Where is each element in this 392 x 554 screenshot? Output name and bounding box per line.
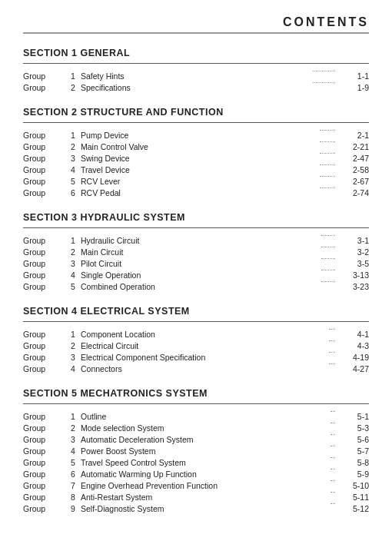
list-item: Group7Engine Overhead Prevention Functio… bbox=[23, 479, 369, 491]
group-dots bbox=[327, 456, 338, 468]
group-name: Safety Hints bbox=[81, 70, 310, 81]
section-section1: SECTION 1 GENERALGroup1Safety Hints1-1Gr… bbox=[23, 48, 369, 93]
group-name: Hydraulic Circuit bbox=[81, 234, 318, 246]
group-number: 3 bbox=[65, 433, 81, 445]
group-number: 5 bbox=[65, 175, 81, 187]
group-dots bbox=[317, 129, 338, 141]
group-dots bbox=[327, 491, 338, 503]
list-item: Group2Mode selection System5-3 bbox=[23, 422, 369, 433]
group-label: Group bbox=[23, 257, 65, 269]
group-page: 5-9 bbox=[338, 468, 369, 479]
group-label: Group bbox=[23, 351, 65, 363]
group-label: Group bbox=[23, 491, 65, 503]
group-name: Pilot Circuit bbox=[81, 257, 318, 269]
group-dots bbox=[317, 175, 338, 187]
section-title-section1: SECTION 1 GENERAL bbox=[23, 48, 369, 58]
group-name: Connectors bbox=[81, 363, 326, 374]
group-name: Travel Device bbox=[81, 164, 317, 175]
group-name: Combined Operation bbox=[81, 280, 318, 292]
group-number: 6 bbox=[65, 187, 81, 198]
group-dots bbox=[327, 433, 338, 445]
list-item: Group1Safety Hints1-1 bbox=[23, 70, 369, 81]
group-number: 6 bbox=[65, 468, 81, 479]
group-page: 1-1 bbox=[338, 70, 369, 81]
group-label: Group bbox=[23, 81, 65, 93]
group-dots bbox=[318, 246, 338, 257]
group-name: Single Operation bbox=[81, 269, 318, 280]
page-title: CONTENTS bbox=[23, 15, 369, 29]
group-label: Group bbox=[23, 141, 65, 152]
group-number: 3 bbox=[65, 351, 81, 363]
group-table-section4: Group1Component Location4-1Group2Electri… bbox=[23, 328, 369, 374]
group-number: 1 bbox=[65, 70, 81, 81]
group-label: Group bbox=[23, 410, 65, 422]
group-page: 4-19 bbox=[338, 351, 369, 363]
section-section4: SECTION 4 ELECTRICAL SYSTEMGroup1Compone… bbox=[23, 306, 369, 374]
group-name: Component Location bbox=[81, 328, 326, 340]
section-rule-section5 bbox=[23, 403, 369, 404]
group-table-section5: Group1Outline5-1Group2Mode selection Sys… bbox=[23, 410, 369, 514]
list-item: Group4Connectors4-27 bbox=[23, 363, 369, 374]
group-dots bbox=[327, 468, 338, 479]
group-number: 1 bbox=[65, 328, 81, 340]
list-item: Group1Pump Device2-1 bbox=[23, 129, 369, 141]
group-number: 2 bbox=[65, 141, 81, 152]
group-dots bbox=[318, 269, 338, 280]
group-number: 9 bbox=[65, 503, 81, 514]
list-item: Group1Component Location4-1 bbox=[23, 328, 369, 340]
group-table-section1: Group1Safety Hints1-1Group2Specification… bbox=[23, 70, 369, 93]
group-page: 5-11 bbox=[338, 491, 369, 503]
group-number: 4 bbox=[65, 269, 81, 280]
group-page: 3-5 bbox=[338, 257, 369, 269]
group-label: Group bbox=[23, 340, 65, 351]
group-page: 2-58 bbox=[338, 164, 369, 175]
list-item: Group9Self-Diagnostic System5-12 bbox=[23, 503, 369, 514]
group-label: Group bbox=[23, 468, 65, 479]
group-name: Swing Device bbox=[81, 152, 317, 164]
list-item: Group3Pilot Circuit3-5 bbox=[23, 257, 369, 269]
group-name: Main Circuit bbox=[81, 246, 318, 257]
list-item: Group2Electrical Circuit4-3 bbox=[23, 340, 369, 351]
group-number: 1 bbox=[65, 129, 81, 141]
group-name: Engine Overhead Prevention Function bbox=[81, 479, 327, 491]
section-title-section4: SECTION 4 ELECTRICAL SYSTEM bbox=[23, 306, 369, 317]
list-item: Group2Main Control Valve2-21 bbox=[23, 141, 369, 152]
group-name: Outline bbox=[81, 410, 327, 422]
group-page: 2-21 bbox=[338, 141, 369, 152]
list-item: Group2Specifications1-9 bbox=[23, 81, 369, 93]
group-page: 3-13 bbox=[338, 269, 369, 280]
group-page: 3-2 bbox=[338, 246, 369, 257]
list-item: Group2Main Circuit3-2 bbox=[23, 246, 369, 257]
group-number: 4 bbox=[65, 445, 81, 456]
group-label: Group bbox=[23, 269, 65, 280]
group-name: Automatic Warming Up Function bbox=[81, 468, 327, 479]
group-page: 4-1 bbox=[338, 328, 369, 340]
group-label: Group bbox=[23, 503, 65, 514]
group-name: Electrical Component Specification bbox=[81, 351, 326, 363]
group-page: 5-8 bbox=[338, 456, 369, 468]
list-item: Group5RCV Lever2-67 bbox=[23, 175, 369, 187]
group-number: 8 bbox=[65, 491, 81, 503]
group-dots bbox=[327, 445, 338, 456]
group-number: 7 bbox=[65, 479, 81, 491]
table-of-contents: SECTION 1 GENERALGroup1Safety Hints1-1Gr… bbox=[23, 48, 369, 514]
group-dots bbox=[326, 351, 338, 363]
group-page: 5-3 bbox=[338, 422, 369, 433]
group-name: Mode selection System bbox=[81, 422, 327, 433]
list-item: Group5Combined Operation3-23 bbox=[23, 280, 369, 292]
group-label: Group bbox=[23, 152, 65, 164]
group-label: Group bbox=[23, 422, 65, 433]
list-item: Group3Automatic Deceleration System5-6 bbox=[23, 433, 369, 445]
group-page: 4-3 bbox=[338, 340, 369, 351]
group-label: Group bbox=[23, 187, 65, 198]
section-section3: SECTION 3 HYDRAULIC SYSTEMGroup1Hydrauli… bbox=[23, 212, 369, 292]
section-section2: SECTION 2 STRUCTURE AND FUNCTIONGroup1Pu… bbox=[23, 107, 369, 198]
group-dots bbox=[317, 141, 338, 152]
group-label: Group bbox=[23, 363, 65, 374]
group-name: RCV Pedal bbox=[81, 187, 317, 198]
group-label: Group bbox=[23, 456, 65, 468]
group-page: 4-27 bbox=[338, 363, 369, 374]
list-item: Group4Travel Device2-58 bbox=[23, 164, 369, 175]
group-number: 2 bbox=[65, 246, 81, 257]
group-dots bbox=[326, 328, 338, 340]
